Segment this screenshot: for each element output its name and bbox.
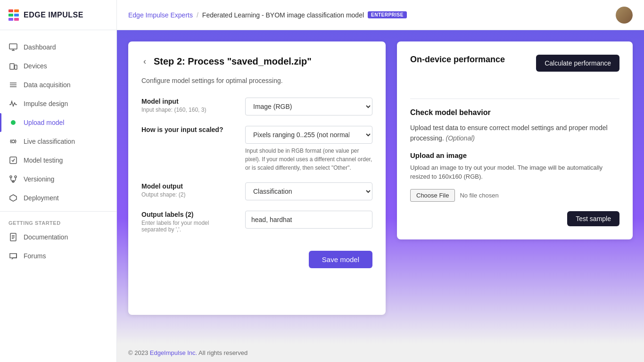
forums-icon (8, 251, 18, 261)
back-button[interactable]: ‹ (141, 55, 148, 68)
footer-link[interactable]: EdgeImpulse Inc. (150, 349, 197, 356)
dashboard-label: Dashboard (24, 43, 56, 51)
model-output-row: Model output Output shape: (2) Classific… (141, 182, 372, 200)
performance-header: On-device performance Calculate performa… (410, 55, 619, 72)
sidebar-item-model-testing[interactable]: Model testing (0, 151, 116, 170)
upload-image-title: Upload an image (410, 151, 619, 159)
content-area: ‹ Step 2: Process "saved_model.zip" Conf… (117, 30, 644, 344)
footer-rights: All rights reserved (198, 349, 248, 356)
forums-label: Forums (24, 252, 46, 260)
versioning-label: Versioning (24, 175, 54, 183)
model-input-control: Image (RGB) Image (Grayscale) Other (245, 98, 372, 115)
sidebar-item-upload-model[interactable]: Upload model (0, 113, 116, 132)
devices-icon (8, 61, 18, 71)
model-output-label: Model output (141, 182, 236, 190)
input-scaling-helper: Input should be in RGB format (one value… (245, 147, 372, 172)
panel-subtitle: Configure model settings for optimal pro… (141, 77, 372, 84)
model-input-select[interactable]: Image (RGB) Image (Grayscale) Other (245, 98, 372, 115)
upload-model-label: Upload model (24, 119, 64, 126)
left-panel: ‹ Step 2: Process "saved_model.zip" Conf… (128, 41, 386, 315)
model-output-select[interactable]: Classification Object detection Other (245, 182, 372, 200)
footer-copyright: © 2023 (128, 349, 148, 356)
save-model-button[interactable]: Save model (309, 251, 372, 268)
output-labels-row: Output labels (2) Enter labels for your … (141, 211, 372, 233)
sidebar-nav: Dashboard Devices Data acquisition (0, 30, 116, 362)
devices-label: Devices (24, 62, 47, 70)
calc-performance-button[interactable]: Calculate performance (536, 55, 619, 72)
upload-image-desc: Upload an image to try out your model. T… (410, 163, 619, 181)
impulse-design-label: Impulse design (24, 100, 68, 107)
topbar: Edge Impulse Experts / Federated Learnin… (117, 0, 644, 30)
check-model-title: Check model behavior (410, 108, 619, 117)
no-file-text: No file chosen (460, 192, 498, 199)
model-input-row: Model input Input shape: (160, 160, 3) I… (141, 98, 372, 115)
deployment-icon (8, 193, 18, 203)
svg-rect-2 (15, 65, 17, 69)
model-output-hint: Output shape: (2) (141, 191, 236, 198)
data-icon (8, 80, 18, 90)
testing-icon (8, 156, 18, 165)
sidebar-item-documentation[interactable]: Documentation (0, 228, 116, 247)
input-scaling-label-group: How is your input scaled? (141, 126, 236, 135)
sidebar-item-versioning[interactable]: Versioning (0, 170, 116, 189)
breadcrumb-link[interactable]: Edge Impulse Experts (128, 11, 193, 19)
file-input-row: Choose File No file chosen (410, 189, 619, 202)
data-acquisition-label: Data acquisition (24, 81, 71, 89)
svg-point-3 (12, 140, 15, 143)
model-testing-label: Model testing (24, 156, 63, 164)
model-input-label: Model input (141, 98, 236, 105)
check-model-desc: Upload test data to ensure correct model… (410, 123, 619, 144)
sidebar-item-dashboard[interactable]: Dashboard (0, 38, 116, 57)
live-classification-label: Live classification (24, 138, 75, 145)
check-model-optional: (Optional) (446, 134, 474, 142)
svg-point-5 (10, 176, 12, 178)
svg-rect-0 (9, 44, 17, 49)
getting-started-label: GETTING STARTED (0, 215, 116, 228)
sidebar-item-deployment[interactable]: Deployment (0, 189, 116, 207)
sidebar: EDGE IMPULSE Dashboard Devices (0, 0, 117, 362)
check-model-desc-text: Upload test data to ensure correct model… (410, 124, 608, 142)
avatar[interactable] (616, 7, 633, 24)
upload-model-icon (8, 118, 18, 127)
deployment-label: Deployment (24, 194, 59, 202)
versioning-icon (8, 174, 18, 184)
svg-point-6 (15, 176, 17, 178)
sidebar-item-devices[interactable]: Devices (0, 57, 116, 75)
sidebar-item-impulse-design[interactable]: Impulse design (0, 94, 116, 113)
output-labels-input[interactable] (245, 211, 372, 229)
sidebar-item-live-classification[interactable]: Live classification (0, 132, 116, 151)
docs-icon (8, 232, 18, 242)
test-sample-button[interactable]: Test sample (567, 211, 619, 226)
breadcrumb-current: Federated Learning - BYOM image classifi… (202, 11, 364, 19)
footer: © 2023 EdgeImpulse Inc. All rights reser… (117, 344, 644, 362)
input-scaling-control: Pixels ranging 0..255 (not normal Pixels… (245, 126, 372, 172)
sidebar-item-data-acquisition[interactable]: Data acquisition (0, 75, 116, 94)
main-area: Edge Impulse Experts / Federated Learnin… (117, 0, 644, 362)
avatar-image (616, 7, 633, 24)
live-icon (8, 137, 18, 146)
svg-rect-1 (10, 64, 14, 69)
documentation-label: Documentation (24, 233, 68, 241)
model-input-hint: Input shape: (160, 160, 3) (141, 107, 236, 113)
right-panel-title: On-device performance (410, 55, 505, 65)
right-panel: On-device performance Calculate performa… (397, 41, 633, 239)
impulse-icon (8, 99, 18, 108)
output-labels-label: Output labels (2) (141, 211, 236, 218)
breadcrumb-separator: / (197, 11, 198, 19)
svg-rect-4 (10, 157, 17, 164)
input-scaling-row: How is your input scaled? Pixels ranging… (141, 126, 372, 172)
model-output-control: Classification Object detection Other (245, 182, 372, 200)
model-output-label-group: Model output Output shape: (2) (141, 182, 236, 198)
panel-header: ‹ Step 2: Process "saved_model.zip" (141, 55, 372, 68)
breadcrumb: Edge Impulse Experts / Federated Learnin… (128, 11, 612, 19)
monitor-icon (8, 42, 18, 52)
input-scaling-label: How is your input scaled? (141, 126, 236, 133)
panel-title: Step 2: Process "saved_model.zip" (154, 56, 312, 67)
input-scaling-select[interactable]: Pixels ranging 0..255 (not normal Pixels… (245, 126, 372, 144)
logo-icon (8, 9, 19, 21)
choose-file-button[interactable]: Choose File (410, 189, 455, 202)
sidebar-item-forums[interactable]: Forums (0, 247, 116, 265)
logo-text: EDGE IMPULSE (24, 11, 83, 19)
enterprise-badge: ENTERPRISE (368, 11, 407, 18)
logo: EDGE IMPULSE (0, 0, 116, 30)
